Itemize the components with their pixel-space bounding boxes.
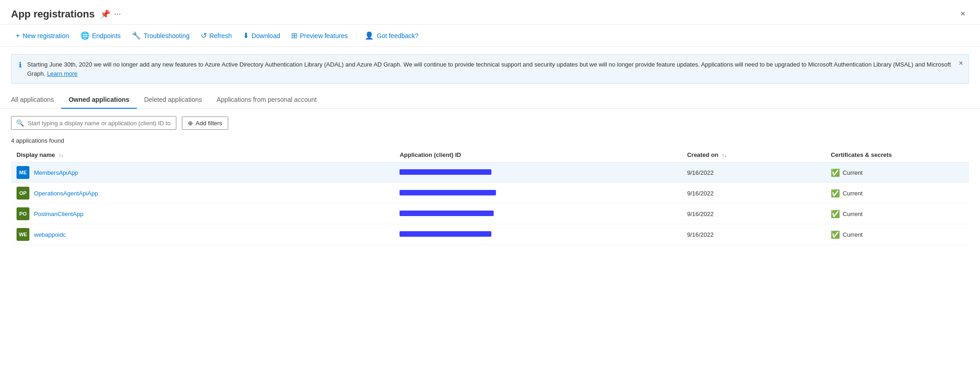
cell-cert-status: ✅ Current bbox=[825, 224, 969, 245]
troubleshooting-label: Troubleshooting bbox=[144, 32, 190, 39]
cert-status-label: Current bbox=[843, 231, 862, 238]
client-id-redacted bbox=[400, 169, 491, 175]
header-icons: 📌 ··· bbox=[100, 9, 121, 19]
search-icon: 🔍 bbox=[16, 119, 24, 127]
col-header-app-id: Application (client) ID bbox=[394, 148, 681, 162]
col-header-display-name: Display name ↑↓ bbox=[11, 148, 394, 162]
tabs-container: All applications Owned applications Dele… bbox=[0, 91, 980, 109]
tab-deleted-applications[interactable]: Deleted applications bbox=[137, 91, 209, 109]
tabs: All applications Owned applications Dele… bbox=[11, 91, 969, 108]
sort-icon-display[interactable]: ↑↓ bbox=[58, 152, 63, 158]
checkmark-icon: ✅ bbox=[831, 168, 840, 177]
preview-features-label: Preview features bbox=[300, 32, 348, 39]
refresh-label: Refresh bbox=[209, 32, 232, 39]
preview-features-button[interactable]: ⊞ Preview features bbox=[287, 28, 352, 43]
banner-close-button[interactable]: × bbox=[959, 59, 963, 67]
checkmark-icon: ✅ bbox=[831, 230, 840, 239]
cell-created-on: 9/16/2022 bbox=[681, 204, 825, 224]
page-title: App registrations bbox=[11, 8, 95, 20]
client-id-redacted bbox=[400, 231, 491, 237]
cert-status-label: Current bbox=[843, 169, 862, 176]
tab-personal-account[interactable]: Applications from personal account bbox=[209, 91, 324, 109]
search-input[interactable] bbox=[28, 120, 171, 127]
tab-all-applications[interactable]: All applications bbox=[11, 91, 61, 109]
download-icon: ⬇ bbox=[243, 31, 249, 40]
checkmark-icon: ✅ bbox=[831, 210, 840, 218]
feedback-icon: 👤 bbox=[365, 31, 374, 40]
cell-app-id bbox=[394, 224, 681, 245]
table-body: ME MembersApiApp 9/16/2022 ✅ Current OP … bbox=[11, 162, 969, 245]
toolbar-divider bbox=[356, 31, 356, 40]
sort-icon-created[interactable]: ↑↓ bbox=[722, 152, 727, 158]
cell-display-name: PO PostmanClientApp bbox=[11, 204, 394, 224]
table-row[interactable]: ME MembersApiApp 9/16/2022 ✅ Current bbox=[11, 162, 969, 183]
cell-app-id bbox=[394, 204, 681, 224]
checkmark-icon: ✅ bbox=[831, 189, 840, 198]
banner-text: Starting June 30th, 2020 we will no long… bbox=[27, 60, 961, 78]
table-header: Display name ↑↓ Application (client) ID … bbox=[11, 148, 969, 162]
app-name-link[interactable]: PostmanClientApp bbox=[34, 211, 84, 217]
cert-status-label: Current bbox=[843, 211, 862, 217]
results-count: 4 applications found bbox=[11, 137, 969, 144]
globe-icon: 🌐 bbox=[80, 31, 90, 40]
endpoints-label: Endpoints bbox=[92, 32, 121, 39]
feedback-label: Got feedback? bbox=[377, 32, 418, 39]
cell-created-on: 9/16/2022 bbox=[681, 224, 825, 245]
app-avatar: PO bbox=[17, 207, 29, 220]
cell-created-on: 9/16/2022 bbox=[681, 183, 825, 204]
preview-icon: ⊞ bbox=[291, 31, 297, 40]
app-avatar: WE bbox=[17, 228, 29, 241]
info-banner: ℹ Starting June 30th, 2020 we will no lo… bbox=[11, 54, 969, 84]
new-registration-label: New registration bbox=[23, 32, 69, 39]
cell-cert-status: ✅ Current bbox=[825, 183, 969, 204]
table-row[interactable]: PO PostmanClientApp 9/16/2022 ✅ Current bbox=[11, 204, 969, 224]
search-box[interactable]: 🔍 bbox=[11, 116, 176, 130]
page-header: App registrations 📌 ··· × bbox=[0, 0, 980, 25]
new-registration-button[interactable]: + New registration bbox=[11, 29, 74, 43]
client-id-redacted bbox=[400, 211, 494, 216]
app-avatar: OP bbox=[17, 187, 29, 200]
app-name-link[interactable]: webappoidc bbox=[34, 231, 66, 238]
app-name-link[interactable]: OperationsAgentApiApp bbox=[34, 190, 98, 197]
main-content: 🔍 ⊕ Add filters 4 applications found Dis… bbox=[0, 109, 980, 252]
troubleshooting-button[interactable]: 🔧 Troubleshooting bbox=[127, 28, 194, 43]
filter-row: 🔍 ⊕ Add filters bbox=[11, 116, 969, 130]
endpoints-button[interactable]: 🌐 Endpoints bbox=[76, 28, 125, 43]
learn-more-link[interactable]: Learn more bbox=[47, 70, 77, 77]
close-button[interactable]: × bbox=[957, 7, 969, 21]
cell-app-id bbox=[394, 162, 681, 183]
info-icon: ℹ bbox=[19, 61, 22, 69]
title-group: App registrations 📌 ··· bbox=[11, 8, 121, 20]
refresh-button[interactable]: ↺ Refresh bbox=[196, 28, 237, 43]
add-filters-button[interactable]: ⊕ Add filters bbox=[182, 117, 228, 130]
cert-status-label: Current bbox=[843, 190, 862, 197]
col-header-certs: Certificates & secrets bbox=[825, 148, 969, 162]
toolbar: + New registration 🌐 Endpoints 🔧 Trouble… bbox=[0, 25, 980, 47]
cell-display-name: ME MembersApiApp bbox=[11, 162, 394, 183]
client-id-redacted bbox=[400, 190, 496, 195]
plus-icon: + bbox=[16, 32, 20, 40]
cell-created-on: 9/16/2022 bbox=[681, 162, 825, 183]
app-name-link[interactable]: MembersApiApp bbox=[34, 169, 78, 176]
tab-owned-applications[interactable]: Owned applications bbox=[61, 91, 136, 109]
cell-display-name: WE webappoidc bbox=[11, 224, 394, 245]
cell-app-id bbox=[394, 183, 681, 204]
pin-icon[interactable]: 📌 bbox=[100, 9, 110, 19]
add-filters-label: Add filters bbox=[196, 120, 222, 127]
refresh-icon: ↺ bbox=[201, 31, 207, 40]
wrench-icon: 🔧 bbox=[132, 31, 141, 40]
cell-display-name: OP OperationsAgentApiApp bbox=[11, 183, 394, 204]
add-filters-icon: ⊕ bbox=[188, 120, 193, 127]
feedback-button[interactable]: 👤 Got feedback? bbox=[360, 28, 423, 43]
more-icon[interactable]: ··· bbox=[114, 9, 121, 19]
cell-cert-status: ✅ Current bbox=[825, 162, 969, 183]
download-button[interactable]: ⬇ Download bbox=[238, 28, 285, 43]
table-row[interactable]: OP OperationsAgentApiApp 9/16/2022 ✅ Cur… bbox=[11, 183, 969, 204]
download-label: Download bbox=[252, 32, 280, 39]
app-avatar: ME bbox=[17, 166, 29, 179]
applications-table: Display name ↑↓ Application (client) ID … bbox=[11, 148, 969, 245]
table-row[interactable]: WE webappoidc 9/16/2022 ✅ Current bbox=[11, 224, 969, 245]
cell-cert-status: ✅ Current bbox=[825, 204, 969, 224]
col-header-created-on: Created on ↑↓ bbox=[681, 148, 825, 162]
